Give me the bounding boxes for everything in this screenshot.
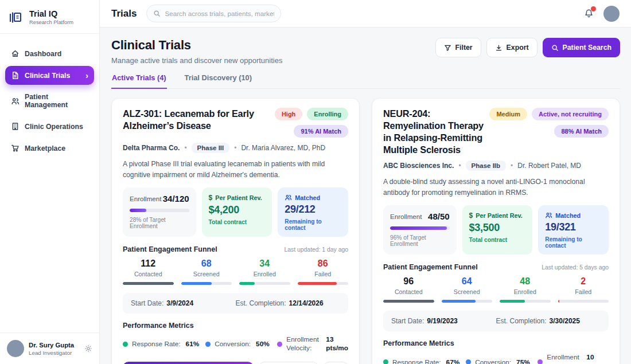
conversion-metric: Conversion: 50%: [205, 340, 277, 348]
enrollment-progress-track: [130, 209, 189, 212]
stage-value: 86: [298, 259, 349, 269]
funnel-stage-enrolled: 34 Enrolled: [239, 259, 290, 285]
response-rate-label: Response Rate:: [132, 340, 181, 348]
global-search[interactable]: [146, 5, 281, 22]
trial-card: ALZ-301: Lecanemab for Early Alzheimer’s…: [111, 98, 360, 364]
status-badge: Active, not recruiting: [532, 108, 609, 120]
enrollment-progress-track: [390, 226, 450, 230]
priority-badge: Medium: [489, 108, 527, 120]
phase-pill: Phase IIb: [466, 161, 507, 171]
stage-value: 68: [181, 259, 232, 269]
meta-separator: •: [458, 162, 461, 170]
revenue-metric-box: $ Per Patient Rev. $4,200 Total contract: [202, 187, 272, 237]
enrollment-label: Enrollment: [390, 213, 422, 220]
enrollment-label: Enrollment: [130, 195, 161, 202]
search-input[interactable]: [165, 10, 274, 17]
sidebar-item-patient-management[interactable]: Patient Management: [5, 88, 94, 114]
view-details-button[interactable]: View Details: [259, 362, 318, 364]
app-logo: Trial IQ Research Platform: [0, 0, 99, 34]
funnel-stage-enrolled: 48 Enrolled: [500, 276, 551, 303]
conversion-metric: Conversion: 75%: [466, 358, 537, 364]
funnel-title: Patient Engagement Funnel: [123, 245, 217, 253]
funnel-stage-contacted: 96 Contacted: [383, 276, 434, 303]
matched-caption: Remaining to contact: [545, 236, 602, 249]
stage-bar-fill: [558, 300, 560, 303]
conversion-label: Conversion:: [215, 340, 251, 348]
tab-bar: Active Trials (4) Trial Discovery (10): [111, 73, 620, 89]
matched-value: 29/212: [285, 203, 341, 216]
trial-description: A double-blind study assessing a novel a…: [383, 177, 609, 198]
tab-trial-discovery[interactable]: Trial Discovery (10): [184, 73, 252, 88]
funnel-title: Patient Engagement Funnel: [383, 263, 478, 271]
conversion-value: 75%: [516, 358, 530, 364]
document-icon: [11, 71, 20, 80]
completion-date-value: 12/14/2026: [289, 299, 324, 307]
sidebar: Trial IQ Research Platform Dashboard Cli…: [0, 0, 100, 364]
topbar-title: Trials: [111, 8, 137, 19]
revenue-value: $3,500: [469, 222, 526, 234]
tab-active-trials[interactable]: Active Trials (4): [111, 73, 167, 89]
export-button[interactable]: Export: [486, 38, 537, 57]
velocity-metric: Enrollment Velocity: 13pts/mo: [277, 335, 348, 353]
trial-card: NEUR-204: Remyelination Therapy in Relap…: [372, 98, 620, 364]
content-area: Clinical Trials Manage active trials and…: [100, 28, 631, 364]
meta-separator: •: [234, 144, 236, 152]
matched-metric-box: Matched 29/212 Remaining to contact: [278, 187, 348, 237]
start-date-value: 3/9/2024: [166, 299, 193, 307]
stage-label: Failed: [558, 288, 609, 295]
enrollment-value: 34/120: [163, 194, 189, 203]
matched-value: 19/321: [545, 221, 602, 233]
trial-title: NEUR-204: Remyelination Therapy in Relap…: [383, 108, 484, 155]
notification-badge: [591, 6, 596, 11]
stage-value: 34: [239, 259, 290, 269]
page-subtitle: Manage active trials and discover new op…: [111, 56, 282, 65]
users-icon: [545, 212, 552, 219]
ai-match-badge: 91% AI Match: [294, 125, 348, 138]
cart-icon: [11, 144, 20, 152]
trial-dates: Start Date:3/9/2024 Est. Completion:12/1…: [123, 293, 348, 314]
matched-metric-box: Matched 19/321 Remaining to contact: [538, 205, 609, 255]
enrollment-caption: 28% of Target Enrollment: [130, 217, 189, 229]
revenue-metric-box: $ Per Patient Rev. $3,500 Total contract: [462, 205, 533, 255]
sidebar-item-marketplace[interactable]: Marketplace: [5, 139, 94, 158]
stage-label: Failed: [298, 271, 349, 277]
completion-date-value: 3/30/2025: [550, 317, 580, 325]
revenue-label: Per Patient Rev.: [476, 212, 522, 219]
filter-button-label: Filter: [455, 44, 473, 52]
patient-search-button[interactable]: Patient Search: [543, 38, 620, 57]
message-patients-button[interactable]: Message 29 Patients: [123, 362, 254, 364]
revenue-caption: Total contract: [209, 219, 266, 225]
stage-bar-fill: [239, 282, 255, 285]
user-profile[interactable]: Dr. Sury Gupta Lead Investigator: [0, 332, 99, 364]
stage-value: 48: [500, 276, 551, 287]
investigator-name: Dr. Robert Patel, MD: [517, 162, 581, 170]
enrollment-progress-fill: [130, 209, 146, 212]
stage-bar-fill: [298, 282, 337, 285]
completion-date-label: Est. Completion:: [236, 299, 286, 307]
stage-bar-fill: [123, 282, 174, 285]
blue-dot-icon: [205, 342, 211, 347]
logo-title: Trial IQ: [29, 9, 73, 18]
eye-preview-button[interactable]: [324, 362, 348, 364]
sidebar-item-dashboard[interactable]: Dashboard: [5, 44, 94, 63]
filter-button[interactable]: Filter: [435, 38, 481, 57]
sidebar-item-clinical-trials[interactable]: Clinical Trials ›: [5, 66, 94, 85]
stage-bar-track: [181, 282, 232, 285]
enrollment-metric-box: Enrollment 48/50 96% of Target Enrollmen…: [383, 205, 457, 255]
topbar-avatar[interactable]: [603, 6, 620, 22]
stage-value: 96: [383, 276, 434, 287]
revenue-label: Per Patient Rev.: [215, 194, 262, 201]
user-name: Dr. Sury Gupta: [29, 342, 74, 349]
gear-icon[interactable]: [84, 345, 92, 353]
notifications-bell-icon[interactable]: [584, 9, 594, 18]
start-date-value: 9/19/2023: [427, 317, 457, 325]
funnel-last-updated: Last updated: 5 days ago: [542, 264, 609, 271]
sidebar-nav: Dashboard Clinical Trials › Patient Mana…: [0, 34, 99, 332]
stage-bar-track: [442, 300, 493, 303]
patient-search-button-label: Patient Search: [563, 44, 611, 52]
stage-label: Screened: [181, 271, 232, 277]
start-date-label: Start Date:: [131, 299, 163, 307]
matched-label: Matched: [555, 212, 581, 219]
stage-bar-track: [500, 300, 551, 303]
sidebar-item-clinic-operations[interactable]: Clinic Operations: [5, 117, 94, 136]
